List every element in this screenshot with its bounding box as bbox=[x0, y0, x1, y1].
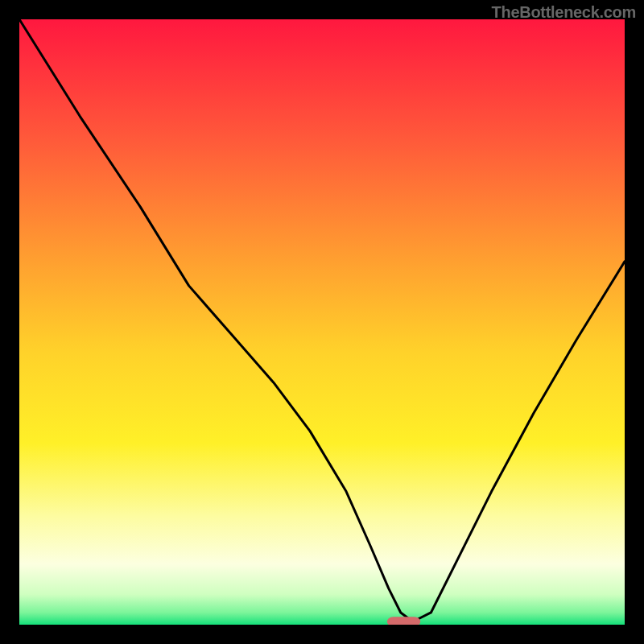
gradient-background bbox=[19, 19, 625, 625]
chart-container: TheBottleneck.com bbox=[0, 0, 644, 644]
plot-area bbox=[19, 19, 625, 625]
chart-svg bbox=[19, 19, 625, 625]
watermark-text: TheBottleneck.com bbox=[492, 3, 636, 22]
optimal-marker bbox=[387, 617, 420, 625]
